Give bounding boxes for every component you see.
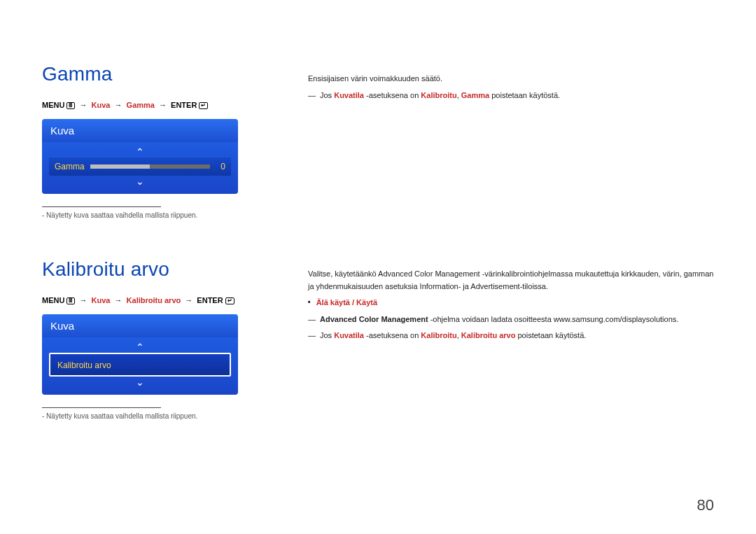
path-gamma: Gamma bbox=[127, 101, 155, 109]
nav-down[interactable]: ⌄ bbox=[49, 176, 231, 187]
nav-down[interactable]: ⌄ bbox=[49, 377, 231, 388]
path-arrow: → bbox=[80, 296, 88, 304]
right-column-gamma: Ensisijaisen värin voimakkuuden säätö. ―… bbox=[308, 63, 714, 219]
osd-header: Kuva bbox=[42, 119, 238, 142]
slider-value: 0 bbox=[216, 162, 225, 171]
path-menu: MENU bbox=[42, 296, 64, 304]
note-text: Jos Kuvatila -asetuksena on Kalibroitu, … bbox=[320, 330, 586, 342]
nav-path-kalibroitu: MENU Ⅲ → Kuva → Kalibroitu arvo → ENTER … bbox=[42, 296, 280, 304]
path-arrow: → bbox=[185, 296, 192, 304]
note-kuvatila: ― Jos Kuvatila -asetuksena on Kalibroitu… bbox=[308, 330, 714, 342]
note-gamma: ― Jos Kuvatila -asetuksena on Kalibroitu… bbox=[308, 90, 714, 102]
path-kalibroitu: Kalibroitu arvo bbox=[127, 296, 181, 304]
enter-icon: ↵ bbox=[225, 297, 234, 304]
footnote-kalibroitu: - Näytetty kuva saattaa vaihdella mallis… bbox=[42, 412, 280, 420]
note-text: Jos Kuvatila -asetuksena on Kalibroitu, … bbox=[320, 90, 560, 102]
right-column-kalibroitu: Valitse, käytetäänkö Advanced Color Mana… bbox=[308, 258, 714, 420]
manual-page: Gamma MENU Ⅲ → Kuva → Gamma → ENTER ↵ Ku… bbox=[0, 0, 756, 534]
path-arrow: → bbox=[80, 101, 88, 109]
slider-track[interactable] bbox=[90, 164, 210, 169]
path-arrow: → bbox=[159, 101, 167, 109]
divider bbox=[42, 407, 161, 408]
enter-icon: ↵ bbox=[199, 102, 208, 109]
footnote-text: Näytetty kuva saattaa vaihdella mallista… bbox=[46, 412, 197, 420]
path-enter: ENTER bbox=[171, 101, 197, 109]
menu-icon: Ⅲ bbox=[66, 102, 75, 109]
dash-icon: ― bbox=[308, 314, 316, 326]
nav-path-gamma: MENU Ⅲ → Kuva → Gamma → ENTER ↵ bbox=[42, 101, 280, 109]
section-kalibroitu: Kalibroitu arvo MENU Ⅲ → Kuva → Kalibroi… bbox=[42, 258, 714, 420]
gamma-slider-row[interactable]: Gamma 0 bbox=[49, 157, 231, 176]
chevron-up-icon: ⌃ bbox=[136, 342, 144, 353]
chevron-up-icon: ⌃ bbox=[136, 146, 144, 157]
path-kuva: Kuva bbox=[92, 101, 111, 109]
option-bullet: ■ Älä käytä / Käytä bbox=[308, 297, 714, 309]
path-kuva: Kuva bbox=[92, 296, 111, 304]
nav-up[interactable]: ⌃ bbox=[49, 146, 231, 157]
note-text: Advanced Color Management -ohjelma voida… bbox=[320, 314, 678, 326]
path-arrow: → bbox=[115, 101, 122, 109]
osd-panel-kalibroitu: Kuva ⌃ Kalibroitu arvo ⌄ bbox=[42, 314, 238, 395]
desc-gamma: Ensisijaisen värin voimakkuuden säätö. bbox=[308, 73, 714, 85]
path-arrow: → bbox=[115, 296, 122, 304]
dash-icon: ― bbox=[308, 330, 316, 342]
section-title-gamma: Gamma bbox=[42, 63, 280, 85]
footnote-text: Näytetty kuva saattaa vaihdella mallista… bbox=[46, 211, 197, 219]
bullet-icon: ■ bbox=[308, 297, 311, 309]
nav-up[interactable]: ⌃ bbox=[49, 342, 231, 353]
path-menu: MENU bbox=[42, 101, 64, 109]
left-column: Gamma MENU Ⅲ → Kuva → Gamma → ENTER ↵ Ku… bbox=[42, 63, 280, 219]
path-enter: ENTER bbox=[197, 296, 223, 304]
chevron-down-icon: ⌄ bbox=[136, 176, 144, 187]
section-title-kalibroitu: Kalibroitu arvo bbox=[42, 258, 280, 281]
dash-icon: ― bbox=[308, 90, 316, 102]
left-column: Kalibroitu arvo MENU Ⅲ → Kuva → Kalibroi… bbox=[42, 258, 280, 420]
page-number: 80 bbox=[697, 496, 714, 514]
select-label: Kalibroitu arvo bbox=[57, 360, 111, 370]
kalibroitu-select-row[interactable]: Kalibroitu arvo bbox=[49, 353, 231, 377]
slider-label: Gamma bbox=[55, 162, 85, 171]
section-gamma: Gamma MENU Ⅲ → Kuva → Gamma → ENTER ↵ Ku… bbox=[42, 63, 714, 219]
footnote-gamma: - Näytetty kuva saattaa vaihdella mallis… bbox=[42, 211, 280, 219]
osd-panel-gamma: Kuva ⌃ Gamma 0 ⌄ bbox=[42, 119, 238, 194]
osd-body: ⌃ Kalibroitu arvo ⌄ bbox=[42, 337, 238, 395]
option-values: Älä käytä / Käytä bbox=[316, 297, 377, 309]
desc-kalibroitu: Valitse, käytetäänkö Advanced Color Mana… bbox=[308, 268, 714, 293]
note-acm: ― Advanced Color Management -ohjelma voi… bbox=[308, 314, 714, 326]
osd-body: ⌃ Gamma 0 ⌄ bbox=[42, 142, 238, 194]
divider bbox=[42, 206, 161, 207]
menu-icon: Ⅲ bbox=[66, 297, 75, 304]
osd-header: Kuva bbox=[42, 314, 238, 337]
chevron-down-icon: ⌄ bbox=[136, 377, 144, 388]
